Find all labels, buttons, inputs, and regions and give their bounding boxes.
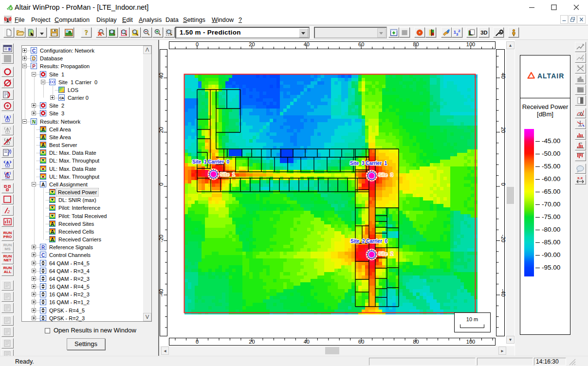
- svg-text:40: 40: [500, 73, 506, 78]
- svg-text:40: 40: [304, 339, 310, 345]
- svg-text:Site 2 Carrier 0: Site 2 Carrier 0: [350, 238, 388, 244]
- svg-text:80: 80: [413, 41, 419, 47]
- svg-text:20: 20: [249, 339, 255, 345]
- svg-text:20: 20: [158, 127, 164, 133]
- svg-text:-20: -20: [158, 235, 164, 242]
- svg-text:20: 20: [500, 127, 506, 133]
- svg-text:-40: -40: [500, 289, 506, 297]
- svg-text:100: 100: [466, 41, 475, 47]
- svg-text:-20: -20: [500, 235, 506, 242]
- svg-text:10 m: 10 m: [466, 316, 478, 322]
- svg-text:0: 0: [196, 339, 199, 345]
- svg-text:60: 60: [358, 339, 364, 345]
- svg-text:0: 0: [500, 183, 506, 185]
- svg-text:Site 1: Site 1: [220, 171, 235, 177]
- svg-text:100: 100: [466, 339, 475, 345]
- svg-text:Site 3 Carrier 1: Site 3 Carrier 1: [350, 161, 387, 166]
- svg-text:0: 0: [196, 41, 199, 47]
- svg-text:80: 80: [413, 339, 419, 345]
- svg-text:-40: -40: [158, 289, 164, 297]
- svg-text:40: 40: [304, 41, 310, 47]
- svg-text:40: 40: [158, 73, 164, 78]
- svg-text:60: 60: [358, 41, 364, 47]
- svg-text:Site 3: Site 3: [378, 172, 393, 178]
- svg-text:20: 20: [249, 41, 255, 47]
- svg-text:0: 0: [158, 183, 164, 185]
- svg-text:Site 2: Site 2: [378, 251, 393, 256]
- svg-text:Site 1 Carrier 0: Site 1 Carrier 0: [192, 159, 230, 165]
